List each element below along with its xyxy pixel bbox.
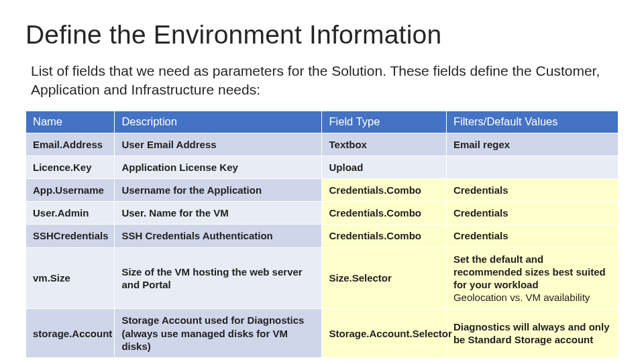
- cell-name: Licence.Key: [26, 156, 115, 178]
- table-row: storage.Account Storage Account used for…: [26, 309, 619, 358]
- cell-filters: Email regex: [446, 133, 618, 156]
- slide: Define the Environment Information List …: [0, 0, 644, 362]
- cell-filters-line-b: Geolocation vs. VM availability: [453, 291, 611, 304]
- cell-field-type: Credentials.Combo: [322, 179, 446, 202]
- cell-description: Size of the VM hosting the web server an…: [115, 247, 322, 309]
- cell-name: vm.Size: [26, 247, 115, 309]
- col-header-description: Description: [115, 111, 322, 133]
- table-row: Email.Address User Email Address Textbox…: [26, 133, 619, 156]
- cell-field-type: Upload: [322, 156, 446, 178]
- cell-description: Username for the Application: [115, 179, 322, 202]
- table-row: User.Admin User. Name for the VM Credent…: [26, 202, 619, 225]
- table-header-row: Name Description Field Type Filters/Defa…: [26, 111, 619, 133]
- cell-description: Application License Key: [115, 156, 322, 178]
- cell-filters: Set the default and recommended sizes be…: [446, 247, 618, 309]
- cell-description: User Email Address: [115, 133, 322, 156]
- cell-filters: Credentials: [446, 179, 618, 202]
- cell-filters: Credentials: [446, 202, 618, 225]
- intro-text: List of fields that we need as parameter…: [31, 62, 612, 100]
- cell-description: SSH Credentials Authentication: [115, 225, 322, 247]
- cell-filters-line-a: Set the default and recommended sizes be…: [453, 253, 611, 292]
- cell-field-type: Size.Selector: [322, 247, 446, 309]
- cell-description: Storage Account used for Diagnostics (al…: [115, 309, 322, 358]
- cell-name: SSHCredentials: [26, 225, 115, 247]
- cell-name: User.Admin: [26, 202, 115, 225]
- cell-filters: Credentials: [446, 225, 618, 247]
- col-header-name: Name: [26, 111, 115, 133]
- col-header-filters: Filters/Default Values: [446, 111, 618, 133]
- table-row: Licence.Key Application License Key Uplo…: [26, 156, 619, 178]
- col-header-field-type: Field Type: [322, 111, 446, 133]
- cell-filters: [446, 156, 618, 178]
- cell-name: Email.Address: [26, 133, 115, 156]
- cell-field-type: Textbox: [322, 133, 446, 156]
- cell-description: User. Name for the VM: [115, 202, 322, 225]
- cell-name: storage.Account: [26, 309, 115, 358]
- fields-table: Name Description Field Type Filters/Defa…: [25, 111, 619, 358]
- table-row: SSHCredentials SSH Credentials Authentic…: [26, 225, 619, 247]
- cell-name: App.Username: [26, 179, 115, 202]
- cell-field-type: Credentials.Combo: [322, 225, 446, 247]
- table-row: vm.Size Size of the VM hosting the web s…: [26, 247, 619, 309]
- table-row: App.Username Username for the Applicatio…: [26, 179, 619, 202]
- slide-title: Define the Environment Information: [25, 20, 619, 50]
- cell-field-type: Storage.Account.Selector: [322, 309, 446, 358]
- cell-field-type: Credentials.Combo: [322, 202, 446, 225]
- cell-filters: Diagnostics will always and only be Stan…: [446, 309, 618, 358]
